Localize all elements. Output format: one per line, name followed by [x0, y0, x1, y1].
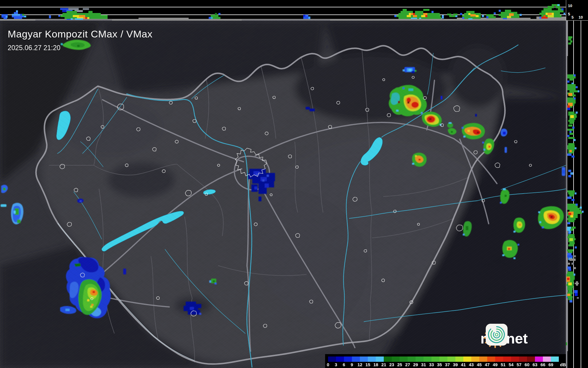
dbz-color-segment — [328, 356, 336, 362]
dbz-color-segment — [336, 356, 344, 362]
dbz-color-segment — [439, 356, 447, 362]
dbz-color-segment — [384, 356, 392, 362]
dbz-tick: 51 — [501, 362, 506, 367]
dbz-color-segment — [527, 356, 535, 362]
top-strip-10km-label: 10 — [568, 4, 572, 8]
dbz-tick: 39 — [453, 362, 458, 367]
dbz-color-segment — [376, 356, 384, 362]
dbz-tick: 12 — [358, 362, 363, 367]
dbz-color-segment — [344, 356, 352, 362]
right-strip-5km-label: 5 — [571, 15, 574, 19]
dbz-tick: 47 — [485, 362, 490, 367]
dbz-color-segment — [368, 356, 376, 362]
metnet-app-icon — [485, 323, 508, 346]
map-timestamp: 2025.06.27 21:20 — [8, 44, 153, 52]
dbz-tick-labels: 0369121518212325272931333537394143454749… — [328, 362, 566, 367]
dbz-color-segment — [495, 356, 503, 362]
page-title: Magyar Kompozit CMax / VMax — [8, 28, 153, 40]
dbz-color-segment — [400, 356, 408, 362]
dbz-tick: 0 — [327, 362, 329, 367]
dbz-colorbar — [328, 356, 559, 362]
dbz-tick: 63 — [533, 362, 538, 367]
dbz-tick: 18 — [373, 362, 378, 367]
top-strip-5km-label: 5 — [568, 12, 570, 16]
title-block: Magyar Kompozit CMax / VMax 2025.06.27 2… — [8, 28, 153, 52]
dbz-tick: 27 — [405, 362, 410, 367]
dbz-color-segment — [519, 356, 527, 362]
dbz-color-segment — [431, 356, 439, 362]
dbz-color-segment — [471, 356, 479, 362]
height-scale-corner: 10 5 5 10 — [566, 0, 588, 21]
dbz-tick: 54 — [509, 362, 514, 367]
terrain-profile-bar-right — [566, 21, 568, 368]
dbz-tick: 66 — [541, 362, 546, 367]
dbz-color-segment — [503, 356, 511, 362]
dbz-color-segment — [455, 356, 463, 362]
dbz-color-segment — [487, 356, 495, 362]
map-canvas[interactable]: Magyar Kompozit CMax / VMax 2025.06.27 2… — [0, 21, 566, 368]
dbz-color-segment — [511, 356, 519, 362]
dbz-tick: 25 — [397, 362, 402, 367]
dbz-tick: 15 — [365, 362, 370, 367]
radar-app: Magyar Kompozit CMax / VMax 2025.06.27 2… — [0, 0, 588, 368]
dbz-color-segment — [392, 356, 400, 362]
dbz-color-segment — [551, 356, 559, 362]
dbz-color-segment — [543, 356, 551, 362]
right-strip-10km-label: 10 — [579, 15, 583, 19]
dbz-tick: 57 — [517, 362, 522, 367]
dbz-tick: 21 — [381, 362, 386, 367]
dbz-tick: 31 — [421, 362, 426, 367]
dbz-color-segment — [416, 356, 424, 362]
dbz-tick: 69 — [549, 362, 554, 367]
dbz-tick: 9 — [351, 362, 353, 367]
profile-echoes-top — [1, 4, 565, 20]
dbz-color-segment — [463, 356, 471, 362]
dbz-color-segment — [479, 356, 487, 362]
dbz-tick: 3 — [335, 362, 337, 367]
dbz-tick: 60 — [525, 362, 530, 367]
dbz-tick: 23 — [389, 362, 394, 367]
dbz-legend: 0369121518212325272931333537394143454749… — [325, 354, 566, 368]
city-outline-layer — [0, 21, 566, 368]
dbz-tick: 35 — [437, 362, 442, 367]
dbz-tick: 37 — [445, 362, 450, 367]
metnet-logo: metnet — [482, 323, 566, 353]
dbz-color-segment — [424, 356, 431, 362]
dbz-unit-label: dBZ — [560, 362, 566, 367]
dbz-tick: 45 — [477, 362, 482, 367]
dbz-tick: 33 — [429, 362, 434, 367]
dbz-color-segment — [535, 356, 543, 362]
vmax-profile-top — [0, 0, 566, 21]
dbz-tick: 49 — [493, 362, 498, 367]
dbz-tick: 41 — [461, 362, 466, 367]
vmax-profile-right — [566, 21, 588, 368]
dbz-tick: 43 — [469, 362, 474, 367]
dbz-color-segment — [447, 356, 455, 362]
dbz-color-segment — [408, 356, 416, 362]
dbz-tick: 6 — [343, 362, 345, 367]
dbz-color-segment — [360, 356, 368, 362]
city-budapest-outline — [235, 148, 267, 177]
dbz-tick: 29 — [413, 362, 418, 367]
dbz-color-segment — [352, 356, 360, 362]
